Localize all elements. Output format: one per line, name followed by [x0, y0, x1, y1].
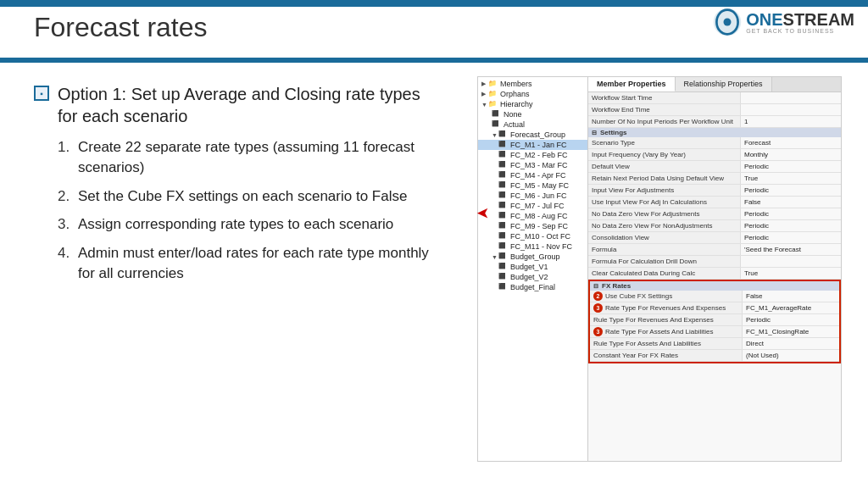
prop-row-constant-year: Constant Year For FX Rates (Not Used): [590, 350, 839, 362]
tree-item-forecast-group[interactable]: ▼ ⬛ Forecast_Group: [478, 130, 587, 140]
prop-value: True: [741, 268, 841, 279]
prop-label: Clear Calculated Data During Calc: [588, 268, 741, 279]
main-content: ▪ Option 1: Set up Average and Closing r…: [0, 69, 868, 488]
tree-item-none[interactable]: ⬛ None: [478, 109, 587, 119]
cube-icon: ⬛: [498, 191, 509, 200]
collapse-icon: ⊟: [592, 130, 597, 136]
tree-label: FC_M6 - Jun FC: [510, 191, 567, 200]
tree-item-hierarchy[interactable]: ▼ 📁 Hierarchy: [478, 99, 587, 109]
tree-item-fc-m6[interactable]: ⬛ FC_M6 - Jun FC: [478, 191, 587, 201]
folder-icon: 📁: [488, 90, 498, 98]
prop-row-input-view-adj: Input View For Adjustments Periodic: [588, 185, 841, 197]
cube-icon: ⬛: [498, 263, 509, 271]
prop-value: Periodic: [741, 220, 841, 231]
tree-label: FC_M8 - Aug FC: [510, 212, 568, 220]
prop-row-no-data-adj: No Data Zero View For Adjustments Period…: [588, 208, 841, 220]
prop-row-formula-drill: Formula For Calculation Drill Down: [588, 256, 841, 268]
list-item: 1. Create 22 separate rate types (assumi…: [58, 137, 441, 178]
list-item: 3. Assign corresponding rate types to ea…: [58, 214, 441, 235]
prop-value: True: [741, 173, 841, 184]
cube-icon: ⬛: [498, 130, 509, 139]
prop-label: 3 Rate Type For Assets And Liabilities: [590, 326, 743, 337]
prop-label: Constant Year For FX Rates: [590, 350, 743, 361]
logo-icon: [712, 7, 743, 37]
prop-row-rule-type-rev: Rule Type For Revenues And Expenses Peri…: [590, 314, 839, 326]
top-accent-bar: [0, 0, 868, 7]
properties-panel: Member Properties Relationship Propertie…: [588, 77, 841, 461]
prop-label: Retain Next Period Data Using Default Vi…: [588, 173, 741, 184]
cube-icon: ⬛: [498, 151, 509, 159]
checkbox-icon: ▪: [34, 86, 49, 101]
prop-label: Workflow End Time: [588, 104, 741, 115]
left-panel: ▪ Option 1: Set up Average and Closing r…: [0, 69, 458, 488]
tree-item-fc-m11[interactable]: ⬛ FC_M11 - Nov FC: [478, 241, 587, 252]
svg-point-1: [724, 19, 732, 26]
accent-bar: [0, 58, 868, 63]
cube-icon: ⬛: [498, 212, 509, 220]
tree-item-fc-m5[interactable]: ⬛ FC_M5 - May FC: [478, 180, 587, 191]
tree-label: FC_M5 - May FC: [510, 181, 569, 190]
prop-label: Use Input View For Adj In Calculations: [588, 197, 741, 208]
tree-arrow: ▼: [492, 132, 498, 138]
tree-label: Actual: [504, 120, 525, 129]
prop-value: FC_M1_AverageRate: [743, 302, 839, 313]
cube-icon: ⬛: [498, 141, 509, 149]
cube-icon: ⬛: [498, 252, 509, 261]
prop-label: No Data Zero View For NonAdjustments: [588, 220, 741, 231]
prop-row-rate-type-rev: 3 Rate Type For Revenues And Expenses FC…: [590, 302, 839, 314]
tree-item-budget-group[interactable]: ▼ ⬛ Budget_Group: [478, 252, 587, 262]
prop-row-consolidation-view: Consolidation View Periodic: [588, 232, 841, 244]
tree-item-fc-m3[interactable]: ⬛ FC_M3 - Mar FC: [478, 160, 587, 170]
tree-item-fc-m4[interactable]: ⬛ FC_M4 - Apr FC: [478, 170, 587, 180]
prop-value: Forecast: [741, 137, 841, 148]
tree-item-budget-v2[interactable]: ⬛ Budget_V2: [478, 272, 587, 282]
list-item: 2. Set the Cube FX settings on each scen…: [58, 186, 441, 207]
prop-label: Formula: [588, 244, 741, 255]
cube-icon: ⬛: [498, 171, 509, 180]
prop-row-default-view: Default View Periodic: [588, 161, 841, 173]
tree-item-fc-m8[interactable]: ⬛ FC_M8 - Aug FC: [478, 211, 587, 221]
badge-3b: 3: [593, 327, 603, 336]
tree-item-fc-m2[interactable]: ⬛ FC_M2 - Feb FC: [478, 150, 587, 160]
tree-item-fc-m10[interactable]: ⬛ FC_M10 - Oct FC: [478, 231, 587, 241]
prop-value: False: [743, 291, 839, 302]
cube-icon: ⬛: [498, 222, 509, 230]
tree-item-budget-v1[interactable]: ⬛ Budget_V1: [478, 262, 587, 272]
tree-panel: ▶ 📁 Members ▶ 📁 Orphans ▼ 📁 Hierarchy ⬛ …: [478, 77, 588, 461]
list-num: 4.: [58, 243, 78, 284]
tree-label: FC_M3 - Mar FC: [510, 161, 568, 169]
prop-value: (Not Used): [743, 350, 839, 361]
cube-icon: ⬛: [498, 202, 509, 210]
fx-section-header: ⊟ FX Rates: [590, 281, 839, 291]
cube-icon: ⬛: [492, 110, 502, 119]
tree-label: None: [504, 110, 522, 119]
tree-label: Budget_Final: [510, 283, 555, 291]
tree-label: Budget_V2: [510, 273, 548, 281]
cube-icon: ⬛: [498, 242, 509, 251]
tab-relationship-properties[interactable]: Relationship Properties: [676, 77, 772, 92]
tree-item-fc-m9[interactable]: ⬛ FC_M9 - Sep FC: [478, 221, 587, 231]
prop-row-rate-type-assets: 3 Rate Type For Assets And Liabilities F…: [590, 326, 839, 338]
prop-value: Monthly: [741, 149, 841, 160]
logo-text: ONE STREAM GET BACK TO BUSINESS: [746, 11, 854, 34]
tree-item-fc-m1[interactable]: ⬛ FC_M1 - Jan FC: [478, 140, 587, 150]
prop-row-no-data-nonadj: No Data Zero View For NonAdjustments Per…: [588, 220, 841, 232]
prop-label: No Data Zero View For Adjustments: [588, 208, 741, 219]
prop-value: Periodic: [741, 161, 841, 172]
prop-value: Periodic: [743, 314, 839, 325]
tree-item-actual[interactable]: ⬛ Actual: [478, 119, 587, 130]
tree-label: FC_M10 - Oct FC: [510, 232, 570, 241]
tree-item-members[interactable]: ▶ 📁 Members: [478, 79, 587, 89]
prop-label: Input Frequency (Vary By Year): [588, 149, 741, 160]
prop-row-scenario-type: Scenario Type Forecast: [588, 137, 841, 149]
list-item: 4. Admin must enter/load rates for each …: [58, 243, 441, 284]
tree-item-fc-m7[interactable]: ⬛ FC_M7 - Jul FC: [478, 201, 587, 211]
logo-stream: STREAM: [783, 11, 854, 28]
tree-item-budget-final[interactable]: ⬛ Budget_Final: [478, 282, 587, 292]
prop-label: Workflow Start Time: [588, 92, 741, 103]
cube-icon: ⬛: [498, 232, 509, 241]
logo-tagline: GET BACK TO BUSINESS: [746, 28, 854, 34]
prop-row-formula: Formula 'Seed the Forecast: [588, 244, 841, 256]
tree-item-orphans[interactable]: ▶ 📁 Orphans: [478, 89, 587, 99]
tab-member-properties[interactable]: Member Properties: [588, 77, 676, 92]
